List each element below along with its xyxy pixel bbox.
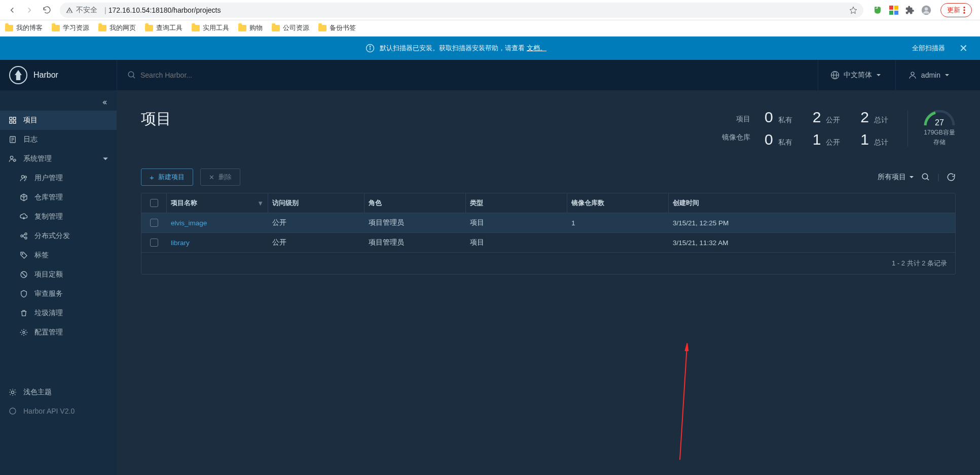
share-icon (19, 232, 28, 240)
reload-button[interactable] (39, 2, 55, 18)
select-all-checkbox[interactable] (150, 199, 158, 207)
profile-icon[interactable] (921, 5, 931, 15)
project-filter-dropdown[interactable]: 所有项目 (878, 173, 914, 182)
svg-rect-3 (894, 11, 898, 15)
sidebar-item-repos[interactable]: 仓库管理 (0, 188, 117, 207)
projects-table: 项目名称▼ 访问级别 角色 类型 镜像仓库数 创建时间 elvis_image公… (141, 193, 956, 275)
sidebar-item-gc[interactable]: 垃圾清理 (0, 303, 117, 323)
svg-point-17 (911, 72, 914, 75)
table-row[interactable]: elvis_image公开项目管理员项目13/15/21, 12:25 PM (141, 213, 955, 233)
sidebar-item-users[interactable]: 用户管理 (0, 168, 117, 188)
svg-point-30 (21, 235, 23, 237)
chevron-down-icon (102, 156, 108, 162)
page-title: 项目 (141, 109, 171, 129)
col-created[interactable]: 创建时间 (669, 193, 955, 213)
sidebar-item-projects[interactable]: 项目 (0, 111, 117, 130)
svg-point-27 (14, 159, 16, 161)
project-name-link[interactable]: elvis_image (167, 214, 268, 232)
svg-rect-18 (10, 117, 12, 120)
svg-point-7 (963, 9, 965, 11)
svg-rect-20 (10, 121, 12, 123)
docs-link[interactable]: 文档。 (527, 44, 547, 52)
refresh-icon[interactable] (947, 173, 956, 182)
globe-icon (830, 71, 840, 80)
search-wrap (117, 60, 818, 90)
bookmark-item[interactable]: 查询工具 (145, 24, 183, 32)
svg-line-37 (22, 273, 26, 277)
api-icon (8, 407, 17, 415)
folder-icon (5, 25, 13, 31)
stats-grid: 项目 镜像仓库 0私有 0私有 2公开 1公开 2总计 1总计 (722, 109, 956, 148)
back-button[interactable] (4, 2, 20, 18)
sidebar-item-api[interactable]: Harbor API V2.0 (0, 402, 117, 420)
search-icon (127, 71, 136, 80)
forward-button[interactable] (21, 2, 38, 18)
delete-button[interactable]: ✕删除 (200, 168, 240, 186)
chevron-down-icon (876, 73, 881, 78)
bookmark-item[interactable]: 我的网页 (98, 24, 136, 32)
sidebar-item-audit[interactable]: 审查服务 (0, 284, 117, 303)
project-name-link[interactable]: library (167, 234, 268, 252)
update-button[interactable]: 更新 (940, 3, 972, 17)
filter-icon[interactable]: ▼ (257, 199, 264, 207)
puzzle-icon[interactable] (905, 5, 915, 15)
sidebar-item-replication[interactable]: 复制管理 (0, 207, 117, 226)
sun-icon (8, 388, 17, 396)
evernote-icon[interactable] (873, 5, 883, 15)
col-type[interactable]: 类型 (466, 193, 567, 213)
bookmark-item[interactable]: 学习资源 (52, 24, 89, 32)
svg-line-42 (927, 178, 929, 180)
sidebar-item-labels[interactable]: 标签 (0, 246, 117, 265)
logo[interactable]: Harbor (0, 66, 117, 84)
sidebar-item-quota[interactable]: 项目定额 (0, 265, 117, 284)
close-icon[interactable]: ✕ (959, 42, 968, 54)
svg-point-39 (11, 391, 14, 393)
bookmark-item[interactable]: 我的博客 (5, 24, 43, 32)
sidebar-item-sysadmin[interactable]: 系统管理 (0, 149, 117, 168)
svg-point-38 (23, 331, 25, 333)
svg-point-5 (925, 7, 928, 11)
new-project-button[interactable]: +新建项目 (141, 168, 193, 186)
search-icon[interactable] (921, 173, 930, 182)
folder-icon (192, 25, 200, 31)
row-checkbox[interactable] (150, 219, 158, 227)
table-header: 项目名称▼ 访问级别 角色 类型 镜像仓库数 创建时间 (141, 193, 955, 213)
star-icon[interactable] (849, 6, 857, 14)
bookmark-item[interactable]: 购物 (238, 24, 263, 32)
browser-toolbar: 不安全 | 172.16.10.54:18180/harbor/projects… (0, 0, 980, 20)
search-input[interactable] (140, 71, 293, 79)
user-icon (908, 71, 917, 80)
insecure-badge: 不安全 (66, 6, 97, 15)
svg-point-29 (24, 176, 26, 178)
svg-point-12 (128, 72, 134, 77)
sidebar-item-config[interactable]: 配置管理 (0, 323, 117, 342)
col-access[interactable]: 访问级别 (268, 193, 365, 213)
user-menu[interactable]: admin (895, 60, 950, 90)
sidebar-item-logs[interactable]: 日志 (0, 130, 117, 149)
language-selector[interactable]: 中文简体 (818, 60, 881, 90)
col-name[interactable]: 项目名称▼ (167, 193, 268, 213)
gear-icon (19, 328, 28, 336)
svg-rect-19 (13, 117, 16, 120)
address-bar[interactable]: 不安全 | 172.16.10.54:18180/harbor/projects (60, 3, 863, 18)
bookmark-item[interactable]: 实用工具 (192, 24, 229, 32)
sidebar-item-distribute[interactable]: 分布式分发 (0, 226, 117, 246)
bookmark-item[interactable]: 公司资源 (272, 24, 309, 32)
sidebar-item-theme[interactable]: 浅色主题 (0, 383, 117, 402)
svg-point-32 (25, 237, 27, 239)
grid-icon[interactable] (889, 5, 899, 15)
row-checkbox[interactable] (150, 239, 158, 247)
svg-point-35 (22, 253, 23, 254)
col-repos[interactable]: 镜像仓库数 (567, 193, 669, 213)
storage-gauge: 27 179GB容量 存储 (908, 110, 956, 147)
notification-banner: 默认扫描器已安装。获取扫描器安装帮助，请查看 文档。 全部扫描器 ✕ (0, 37, 980, 60)
table-row[interactable]: library公开项目管理员项目3/15/21, 11:32 AM (141, 233, 955, 253)
bookmark-item[interactable]: 备份书签 (318, 24, 356, 32)
collapse-icon[interactable] (100, 98, 108, 107)
all-scanners-link[interactable]: 全部扫描器 (912, 44, 945, 53)
svg-line-43 (680, 346, 687, 460)
folder-icon (98, 25, 106, 31)
cube-icon (19, 193, 28, 201)
col-role[interactable]: 角色 (365, 193, 466, 213)
folder-icon (52, 25, 60, 31)
